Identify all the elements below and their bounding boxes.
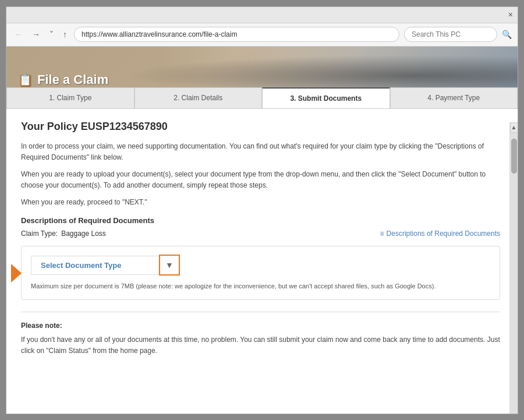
address-input[interactable]: [74, 27, 399, 42]
page-content: Your Policy EUSP1234567890 In order to p…: [6, 109, 518, 414]
please-note-section: Please note: If you don't have any or al…: [21, 312, 500, 357]
close-button[interactable]: ×: [508, 10, 513, 19]
search-icon-button[interactable]: 🔍: [502, 30, 512, 39]
claim-type-value: Baggage Loss: [61, 230, 106, 238]
tab-submit-documents[interactable]: 3. Submit Documents: [262, 87, 390, 108]
select-document-type-label: Select Document Type: [31, 256, 159, 275]
dropdown-arrow-icon: ▼: [165, 260, 174, 270]
search-input[interactable]: [404, 27, 497, 42]
hero-title-text: File a Claim: [37, 72, 108, 87]
select-row: Select Document Type ▼: [31, 255, 490, 276]
intro-text-2: When you are ready to upload your docume…: [21, 169, 500, 191]
title-bar: ×: [6, 7, 518, 23]
descriptions-link-text: Descriptions of Required Documents: [387, 230, 500, 238]
claim-type-row: Claim Type: Baggage Loss ≡ Descriptions …: [21, 230, 500, 238]
tab-payment-type[interactable]: 4. Payment Type: [390, 87, 518, 108]
tab-bar: 1. Claim Type 2. Claim Details 3. Submit…: [6, 87, 518, 109]
file-claim-icon: 📋: [18, 73, 33, 87]
claim-type-left: Claim Type: Baggage Loss: [21, 230, 106, 238]
browser-window: × ← → ˅ ↑ 🔍 📋 File a Claim 1. Claim Type…: [6, 6, 518, 414]
please-note-text: If you don't have any or all of your doc…: [21, 334, 500, 357]
browser-content: 📋 File a Claim 1. Claim Type 2. Claim De…: [6, 47, 518, 414]
forward-button[interactable]: →: [30, 29, 43, 40]
scrollbar-track[interactable]: [510, 133, 518, 414]
address-bar: ← → ˅ ↑ 🔍: [6, 23, 518, 47]
document-type-dropdown-button[interactable]: ▼: [159, 255, 180, 276]
descriptions-link-icon: ≡: [380, 230, 384, 238]
intro-text-3: When you are ready, proceed to "NEXT.": [21, 197, 500, 208]
descriptions-link[interactable]: ≡ Descriptions of Required Documents: [380, 230, 500, 238]
please-note-label: Please note:: [21, 322, 500, 330]
dropdown-history-button[interactable]: ˅: [47, 29, 56, 40]
tab-claim-type[interactable]: 1. Claim Type: [6, 87, 134, 108]
orange-arrow-indicator: [11, 264, 22, 283]
scroll-up-button[interactable]: ▲: [510, 122, 518, 133]
max-size-notice: Maximum size per document is 7MB (please…: [31, 281, 490, 291]
intro-text-1: In order to process your claim, we need …: [21, 141, 500, 163]
document-select-box: Select Document Type ▼ Maximum size per …: [21, 246, 500, 300]
scrollbar-thumb[interactable]: [511, 139, 517, 174]
descriptions-heading: Descriptions of Required Documents: [21, 216, 500, 225]
tab-claim-details[interactable]: 2. Claim Details: [134, 87, 263, 108]
scrollbar: ▲ ▼: [509, 122, 518, 414]
up-button[interactable]: ↑: [61, 29, 69, 40]
policy-number: Your Policy EUSP1234567890: [21, 121, 500, 133]
back-button[interactable]: ←: [12, 29, 25, 40]
claim-type-label: Claim Type:: [21, 230, 58, 238]
